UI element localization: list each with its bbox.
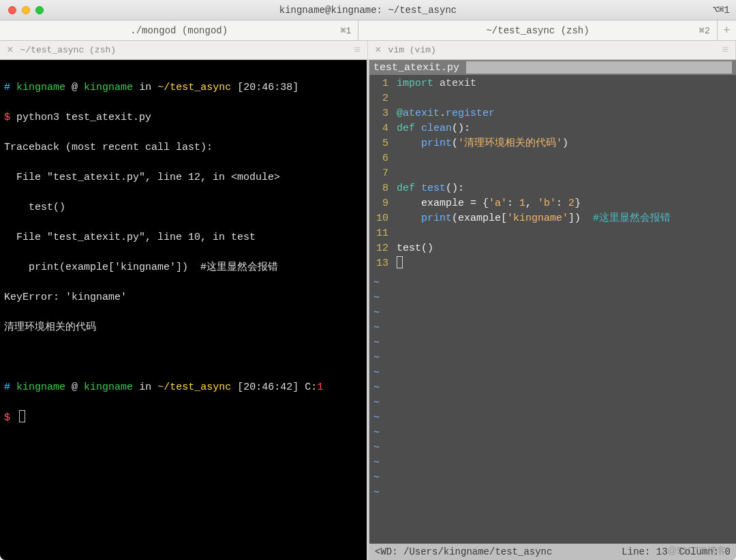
tilde-line: ~ bbox=[369, 396, 736, 411]
terminal-pane[interactable]: # kingname @ kingname in ~/test_async [2… bbox=[0, 60, 367, 560]
tilde-line: ~ bbox=[369, 441, 736, 456]
window-hotkey-hint: ⌥⌘1 bbox=[713, 3, 729, 16]
output-line: 清理环境相关的代码 bbox=[4, 320, 363, 335]
menu-icon[interactable]: ≡ bbox=[354, 44, 361, 57]
output-line: print(example['kingname']) #这里显然会报错 bbox=[4, 260, 363, 275]
blank-line bbox=[4, 350, 363, 365]
tilde-line: ~ bbox=[369, 291, 736, 306]
cursor-icon bbox=[19, 410, 25, 422]
new-tab-button[interactable]: + bbox=[718, 20, 736, 40]
code-text: @atexit.register bbox=[397, 106, 732, 121]
line-number: 11 bbox=[373, 226, 397, 241]
line-number: 2 bbox=[373, 91, 397, 106]
tilde-line: ~ bbox=[369, 366, 736, 381]
code-line: 5 print('清理环境相关的代码') bbox=[373, 136, 732, 151]
line-number: 4 bbox=[373, 121, 397, 136]
prompt-line: # kingname @ kingname in ~/test_async [2… bbox=[4, 380, 363, 395]
line-number: 12 bbox=[373, 241, 397, 256]
line-number: 6 bbox=[373, 151, 397, 166]
status-left: <WD: /Users/kingname/test_async bbox=[375, 546, 552, 557]
tilde-line: ~ bbox=[369, 351, 736, 366]
code-text: print(example['kingname']) #这里显然会报错 bbox=[397, 211, 732, 226]
output-line: test() bbox=[4, 200, 363, 215]
line-number: 5 bbox=[373, 136, 397, 151]
watermark: @51CTO博客 bbox=[667, 545, 726, 557]
menu-icon[interactable]: ≡ bbox=[722, 44, 729, 57]
window-title: kingname@kingname: ~/test_async bbox=[0, 5, 736, 16]
sub-tab-strip: × ~/test_async (zsh) ≡ × vim (vim) ≡ bbox=[0, 41, 736, 60]
output-line: File "test_atexit.py", line 12, in <modu… bbox=[4, 170, 363, 185]
code-line: 12test() bbox=[373, 241, 732, 256]
tilde-line: ~ bbox=[369, 276, 736, 291]
code-text bbox=[397, 166, 732, 181]
code-line: 13 bbox=[373, 256, 732, 272]
line-number: 3 bbox=[373, 106, 397, 121]
tilde-line: ~ bbox=[369, 306, 736, 321]
command-line: $ bbox=[4, 410, 363, 426]
line-number: 9 bbox=[373, 196, 397, 211]
code-text bbox=[397, 256, 732, 272]
tilde-line: ~ bbox=[369, 456, 736, 471]
output-line: KeyError: 'kingname' bbox=[4, 290, 363, 305]
filename-label: test_atexit.py bbox=[373, 62, 459, 74]
code-text: def test(): bbox=[397, 181, 732, 196]
tilde-line: ~ bbox=[369, 336, 736, 351]
line-number: 13 bbox=[373, 256, 397, 272]
tab-label: ./mongod (mongod) bbox=[130, 25, 228, 36]
code-line: 2 bbox=[373, 91, 732, 106]
tilde-line: ~ bbox=[369, 381, 736, 396]
prompt-line: # kingname @ kingname in ~/test_async [2… bbox=[4, 80, 363, 95]
subtab-zsh[interactable]: × ~/test_async (zsh) ≡ bbox=[0, 41, 368, 59]
close-icon[interactable]: × bbox=[7, 45, 14, 56]
line-number: 1 bbox=[373, 76, 397, 91]
tab-strip: ./mongod (mongod) ⌘1 ~/test_async (zsh) … bbox=[0, 20, 736, 41]
code-text bbox=[397, 226, 732, 241]
line-number: 10 bbox=[373, 211, 397, 226]
terminal-output: # kingname @ kingname in ~/test_async [2… bbox=[0, 60, 367, 460]
editor-pane[interactable]: test_atexit.py 1import atexit23@atexit.r… bbox=[369, 60, 736, 560]
code-line: 10 print(example['kingname']) #这里显然会报错 bbox=[373, 211, 732, 226]
tab-test-async[interactable]: ~/test_async (zsh) ⌘2 bbox=[358, 20, 717, 40]
tilde-line: ~ bbox=[369, 486, 736, 501]
editor-body[interactable]: 1import atexit23@atexit.register4def cle… bbox=[369, 75, 736, 276]
editor-tildes: ~~~~~~~~~~~~~~~ bbox=[369, 276, 736, 501]
code-text bbox=[397, 151, 732, 166]
code-line: 8def test(): bbox=[373, 181, 732, 196]
tilde-line: ~ bbox=[369, 471, 736, 486]
line-number: 7 bbox=[373, 166, 397, 181]
tab-label: ~/test_async (zsh) bbox=[486, 25, 589, 36]
output-line: Traceback (most recent call last): bbox=[4, 140, 363, 155]
header-bar bbox=[466, 61, 732, 74]
tab-hotkey: ⌘1 bbox=[341, 25, 352, 36]
code-line: 7 bbox=[373, 166, 732, 181]
code-line: 9 example = {'a': 1, 'b': 2} bbox=[373, 196, 732, 211]
code-line: 1import atexit bbox=[373, 76, 732, 91]
split-panes: # kingname @ kingname in ~/test_async [2… bbox=[0, 60, 736, 560]
code-text: def clean(): bbox=[397, 121, 732, 136]
code-line: 4def clean(): bbox=[373, 121, 732, 136]
code-line: 3@atexit.register bbox=[373, 106, 732, 121]
window-titlebar: kingname@kingname: ~/test_async ⌥⌘1 bbox=[0, 0, 736, 20]
code-text: test() bbox=[397, 241, 732, 256]
code-text: example = {'a': 1, 'b': 2} bbox=[397, 196, 732, 211]
tab-mongod[interactable]: ./mongod (mongod) ⌘1 bbox=[0, 20, 358, 40]
tilde-line: ~ bbox=[369, 321, 736, 336]
code-line: 6 bbox=[373, 151, 732, 166]
close-icon[interactable]: × bbox=[375, 45, 382, 56]
file-header: test_atexit.py bbox=[369, 60, 736, 75]
line-number: 8 bbox=[373, 181, 397, 196]
cursor-icon bbox=[397, 256, 403, 268]
code-text bbox=[397, 91, 732, 106]
tilde-line: ~ bbox=[369, 411, 736, 426]
code-line: 11 bbox=[373, 226, 732, 241]
subtab-label: vim (vim) bbox=[388, 45, 436, 55]
tab-hotkey: ⌘2 bbox=[699, 25, 710, 36]
subtab-label: ~/test_async (zsh) bbox=[20, 45, 116, 55]
code-text: import atexit bbox=[397, 76, 732, 91]
output-line: File "test_atexit.py", line 10, in test bbox=[4, 230, 363, 245]
tilde-line: ~ bbox=[369, 426, 736, 441]
command-line: $ python3 test_atexit.py bbox=[4, 110, 363, 125]
subtab-vim[interactable]: × vim (vim) ≡ bbox=[368, 41, 736, 59]
code-text: print('清理环境相关的代码') bbox=[397, 136, 732, 151]
